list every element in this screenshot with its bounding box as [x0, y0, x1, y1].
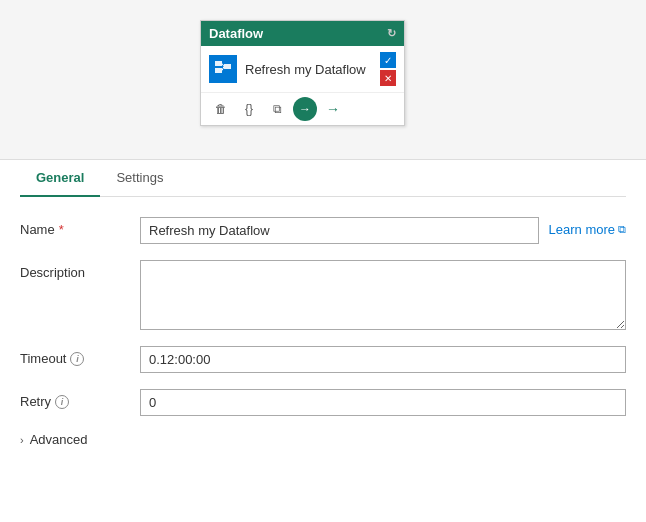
canvas-area: Dataflow ↻ Refresh my Dataflow ✓ ✕ 🗑 {: [0, 0, 646, 160]
run-button[interactable]: →: [293, 97, 317, 121]
description-textarea[interactable]: [140, 260, 626, 330]
retry-row: Retry i: [20, 389, 626, 416]
timeout-info-icon[interactable]: i: [70, 352, 84, 366]
advanced-section[interactable]: › Advanced: [20, 432, 626, 447]
name-label: Name *: [20, 217, 140, 237]
properties-panel: General Settings Name * Learn more ⧉ Des…: [0, 160, 646, 467]
tab-general[interactable]: General: [20, 160, 100, 197]
description-label: Description: [20, 260, 140, 280]
advanced-chevron-icon: ›: [20, 434, 24, 446]
activity-card: Dataflow ↻ Refresh my Dataflow ✓ ✕ 🗑 {: [200, 20, 405, 126]
external-link-icon: ⧉: [618, 223, 626, 236]
timeout-input[interactable]: [140, 346, 626, 373]
name-input-area: Learn more ⧉: [140, 217, 626, 244]
status-check-icon: ✓: [380, 52, 396, 68]
description-input-area: [140, 260, 626, 330]
arrow-button[interactable]: →: [321, 97, 345, 121]
dataflow-icon: [209, 55, 237, 83]
description-row: Description: [20, 260, 626, 330]
svg-line-4: [222, 67, 224, 71]
status-icons: ✓ ✕: [380, 52, 396, 86]
retry-label: Retry i: [20, 389, 140, 409]
delete-button[interactable]: 🗑: [209, 97, 233, 121]
advanced-label: Advanced: [30, 432, 88, 447]
card-toolbar: 🗑 {} ⧉ → →: [201, 92, 404, 125]
name-row: Name * Learn more ⧉: [20, 217, 626, 244]
tabs-row: General Settings: [20, 160, 626, 197]
card-refresh-icon[interactable]: ↻: [387, 27, 396, 40]
svg-line-3: [222, 64, 224, 67]
required-star: *: [59, 222, 64, 237]
code-button[interactable]: {}: [237, 97, 261, 121]
status-error-icon: ✕: [380, 70, 396, 86]
activity-name: Refresh my Dataflow: [245, 62, 372, 77]
timeout-input-area: [140, 346, 626, 373]
card-header: Dataflow ↻: [201, 21, 404, 46]
learn-more-link[interactable]: Learn more ⧉: [549, 217, 626, 237]
card-header-title: Dataflow: [209, 26, 387, 41]
svg-rect-1: [215, 68, 222, 73]
timeout-row: Timeout i: [20, 346, 626, 373]
svg-rect-2: [224, 64, 231, 69]
retry-info-icon[interactable]: i: [55, 395, 69, 409]
retry-input-area: [140, 389, 626, 416]
timeout-label: Timeout i: [20, 346, 140, 366]
retry-input[interactable]: [140, 389, 626, 416]
tab-settings[interactable]: Settings: [100, 160, 179, 197]
name-input[interactable]: [140, 217, 539, 244]
copy-button[interactable]: ⧉: [265, 97, 289, 121]
svg-rect-0: [215, 61, 222, 66]
